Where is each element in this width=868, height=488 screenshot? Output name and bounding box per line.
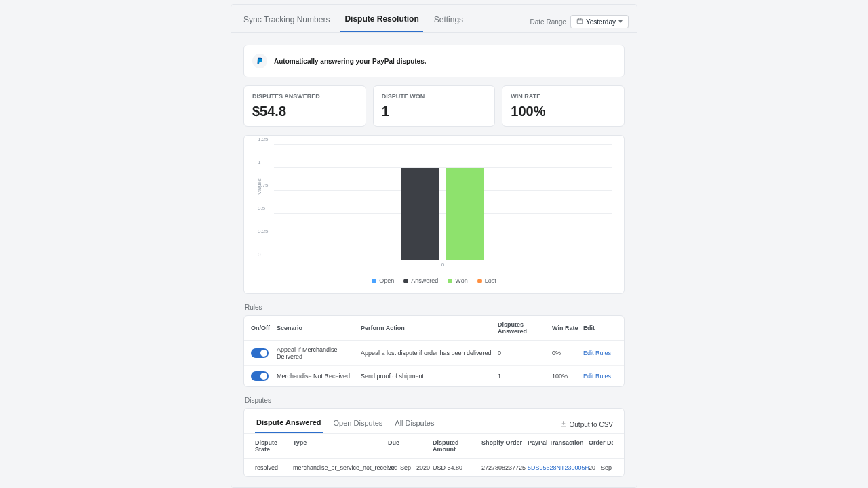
stat-title: WIN RATE: [511, 93, 616, 100]
rule-row: Appeal If Merchandise Delivered Appeal a…: [244, 341, 624, 366]
col-amount: Disputed Amount: [433, 439, 481, 453]
col-scenario: Scenario: [277, 325, 361, 331]
legend-open: Open: [372, 277, 394, 284]
rules-section-label: Rules: [245, 304, 625, 311]
rules-header-row: On/Off Scenario Perform Action Disputes …: [244, 316, 624, 341]
dispute-order-date: 20 - Sep - 2: [589, 464, 613, 471]
dispute-shopify-order: 2727808237725: [481, 464, 528, 471]
date-range-value: Yesterday: [586, 18, 616, 26]
col-winrate: Win Rate: [552, 325, 583, 331]
dispute-chart: Values 0 0.25 0.5 0.75 1 1.25 0 Open Ans…: [243, 135, 625, 294]
disputes-card: Dispute Answered Open Disputes All Dispu…: [243, 408, 625, 477]
disputes-section-label: Disputes: [245, 396, 625, 404]
rule-scenario: Appeal If Merchandise Delivered: [277, 346, 361, 360]
calendar-icon: [576, 18, 583, 26]
stat-title: DISPUTE WON: [382, 93, 487, 100]
stat-value: 1: [382, 104, 487, 119]
dtab-open[interactable]: Open Disputes: [332, 416, 384, 432]
col-answered: Disputes Answered: [498, 321, 552, 335]
y-tick: 0.5: [258, 205, 265, 211]
rule-scenario: Merchandise Not Received: [277, 373, 361, 380]
bar-answered: [401, 168, 439, 260]
col-action: Perform Action: [361, 325, 498, 331]
dispute-state: resolved: [255, 464, 293, 471]
dtab-all[interactable]: All Disputes: [393, 416, 435, 432]
chevron-down-icon: [618, 20, 623, 23]
paypal-banner: Automatically answering your PayPal disp…: [243, 45, 625, 77]
main-tabs: Sync Tracking Numbers Dispute Resolution…: [231, 5, 637, 33]
dispute-type: merchandise_or_service_not_received: [293, 464, 388, 471]
rule-row: Merchandise Not Received Send proof of s…: [244, 366, 624, 386]
legend-won: Won: [448, 277, 467, 284]
y-tick: 0: [258, 251, 260, 258]
col-orderdate: Order Date: [589, 439, 613, 453]
x-tick: 0: [274, 262, 612, 268]
tab-dispute-resolution[interactable]: Dispute Resolution: [340, 12, 422, 32]
dispute-txn-link[interactable]: 5DS95628NT230005H: [528, 464, 589, 471]
rule-answered: 1: [498, 373, 552, 380]
date-range-button[interactable]: Yesterday: [570, 15, 629, 28]
disputes-header-row: Dispute State Type Due Disputed Amount S…: [244, 433, 624, 459]
rule-toggle[interactable]: [251, 348, 269, 358]
y-tick: 0.75: [258, 182, 269, 188]
paypal-icon: [252, 54, 267, 68]
col-edit: Edit: [583, 325, 617, 331]
legend-answered: Answered: [403, 277, 438, 284]
rule-action: Send proof of shipment: [361, 373, 498, 380]
chart-legend: Open Answered Won Lost: [256, 277, 612, 284]
tab-sync[interactable]: Sync Tracking Numbers: [239, 12, 334, 31]
stat-dispute-won: DISPUTE WON 1: [373, 85, 496, 127]
svg-rect-0: [577, 19, 583, 24]
y-tick: 1.25: [258, 136, 269, 142]
col-type: Type: [293, 439, 388, 453]
y-tick: 1: [258, 159, 260, 165]
dispute-due: 20 - Sep - 2020: [388, 464, 433, 471]
stat-disputes-answered: DISPUTES ANSWERED $54.8: [243, 85, 366, 127]
rule-action: Appeal a lost dispute if order has been …: [361, 350, 498, 357]
disputes-tabs: Dispute Answered Open Disputes All Dispu…: [244, 409, 624, 433]
stat-win-rate: WIN RATE 100%: [502, 85, 625, 127]
banner-text: Automatically answering your PayPal disp…: [274, 58, 427, 65]
col-onoff: On/Off: [251, 325, 277, 331]
stat-value: $54.8: [252, 104, 357, 119]
stat-value: 100%: [511, 104, 616, 119]
col-shopify: Shopify Order: [481, 439, 528, 453]
stats-row: DISPUTES ANSWERED $54.8 DISPUTE WON 1 WI…: [243, 85, 625, 127]
edit-rules-link[interactable]: Edit Rules: [583, 350, 611, 357]
col-due: Due: [388, 439, 433, 453]
rule-answered: 0: [498, 350, 552, 357]
chart-plot-area: Values 0 0.25 0.5 0.75 1 1.25: [274, 145, 612, 260]
tab-settings[interactable]: Settings: [430, 12, 467, 31]
stat-title: DISPUTES ANSWERED: [252, 93, 357, 100]
dispute-amount: USD 54.80: [433, 464, 481, 471]
dtab-answered[interactable]: Dispute Answered: [255, 415, 323, 433]
legend-lost: Lost: [477, 277, 496, 284]
edit-rules-link[interactable]: Edit Rules: [583, 373, 611, 380]
download-icon: [560, 420, 567, 428]
y-tick: 0.25: [258, 228, 269, 235]
dispute-row: resolved merchandise_or_service_not_rece…: [244, 459, 624, 476]
bar-won: [446, 168, 484, 260]
col-state: Dispute State: [255, 439, 293, 453]
date-range-label: Date Range: [530, 18, 566, 26]
rule-winrate: 0%: [552, 350, 583, 357]
rule-toggle[interactable]: [251, 371, 269, 381]
output-csv-button[interactable]: Output to CSV: [560, 420, 613, 428]
rule-winrate: 100%: [552, 373, 583, 380]
rules-table: On/Off Scenario Perform Action Disputes …: [243, 315, 625, 387]
col-txn: PayPal Transaction: [528, 439, 589, 453]
